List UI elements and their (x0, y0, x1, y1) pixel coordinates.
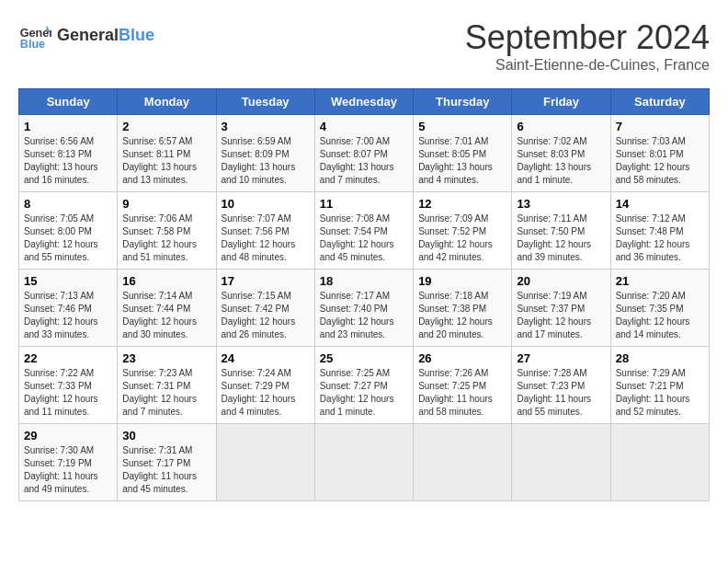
weekday-header: Tuesday (216, 89, 314, 115)
day-number: 17 (222, 274, 310, 288)
day-info: Sunrise: 7:14 AM Sunset: 7:44 PM Dayligh… (122, 290, 210, 341)
weekday-header: Monday (118, 89, 216, 115)
calendar-day-cell: 11Sunrise: 7:08 AM Sunset: 7:54 PM Dayli… (314, 192, 413, 270)
day-info: Sunrise: 7:00 AM Sunset: 8:07 PM Dayligh… (320, 135, 408, 187)
calendar-day-cell: 9Sunrise: 7:06 AM Sunset: 7:58 PM Daylig… (118, 192, 216, 270)
calendar-day-cell: 17Sunrise: 7:15 AM Sunset: 7:42 PM Dayli… (216, 270, 314, 347)
calendar-day-cell: 18Sunrise: 7:17 AM Sunset: 7:40 PM Dayli… (314, 270, 413, 347)
day-number: 24 (222, 351, 310, 365)
day-info: Sunrise: 7:29 AM Sunset: 7:21 PM Dayligh… (616, 367, 704, 419)
day-info: Sunrise: 7:24 AM Sunset: 7:29 PM Dayligh… (222, 367, 310, 419)
day-number: 9 (122, 197, 210, 211)
calendar-day-cell: 21Sunrise: 7:20 AM Sunset: 7:35 PM Dayli… (610, 270, 709, 347)
calendar-day-cell: 15Sunrise: 7:13 AM Sunset: 7:46 PM Dayli… (19, 270, 118, 347)
day-number: 20 (517, 274, 605, 288)
weekday-header: Friday (512, 89, 610, 115)
day-number: 19 (418, 274, 506, 288)
calendar-day-cell: 12Sunrise: 7:09 AM Sunset: 7:52 PM Dayli… (414, 192, 512, 270)
calendar-day-cell: 5Sunrise: 7:01 AM Sunset: 8:05 PM Daylig… (414, 115, 512, 192)
day-info: Sunrise: 7:02 AM Sunset: 8:03 PM Dayligh… (517, 135, 605, 187)
day-info: Sunrise: 7:19 AM Sunset: 7:37 PM Dayligh… (517, 290, 605, 341)
calendar-day-cell: 24Sunrise: 7:24 AM Sunset: 7:29 PM Dayli… (216, 347, 314, 424)
calendar-day-cell (610, 424, 709, 501)
day-info: Sunrise: 7:12 AM Sunset: 7:48 PM Dayligh… (616, 213, 704, 264)
day-info: Sunrise: 6:57 AM Sunset: 8:11 PM Dayligh… (122, 135, 210, 187)
calendar-week-row: 22Sunrise: 7:22 AM Sunset: 7:33 PM Dayli… (19, 347, 710, 424)
day-info: Sunrise: 7:03 AM Sunset: 8:01 PM Dayligh… (616, 135, 704, 187)
day-number: 8 (24, 197, 112, 211)
calendar-week-row: 15Sunrise: 7:13 AM Sunset: 7:46 PM Dayli… (19, 270, 710, 347)
day-number: 23 (122, 351, 210, 365)
day-number: 21 (616, 274, 704, 288)
title-section: September 2024 Saint-Etienne-de-Cuines, … (465, 18, 710, 74)
day-number: 4 (320, 120, 408, 133)
svg-text:Blue: Blue (20, 38, 45, 51)
weekday-header: Saturday (610, 89, 709, 115)
weekday-header: Wednesday (314, 89, 413, 115)
day-info: Sunrise: 7:31 AM Sunset: 7:17 PM Dayligh… (122, 444, 210, 496)
day-info: Sunrise: 6:56 AM Sunset: 8:13 PM Dayligh… (24, 135, 112, 187)
page-subtitle: Saint-Etienne-de-Cuines, France (465, 57, 710, 74)
logo: General Blue General Blue (18, 18, 154, 52)
day-info: Sunrise: 7:26 AM Sunset: 7:25 PM Dayligh… (418, 367, 506, 419)
day-info: Sunrise: 7:15 AM Sunset: 7:42 PM Dayligh… (222, 290, 310, 341)
calendar-day-cell: 7Sunrise: 7:03 AM Sunset: 8:01 PM Daylig… (610, 115, 709, 192)
day-info: Sunrise: 7:01 AM Sunset: 8:05 PM Dayligh… (418, 135, 506, 187)
day-info: Sunrise: 7:06 AM Sunset: 7:58 PM Dayligh… (122, 213, 210, 264)
day-info: Sunrise: 7:20 AM Sunset: 7:35 PM Dayligh… (616, 290, 704, 341)
page-header: General Blue General Blue September 2024… (18, 18, 710, 74)
page-title: September 2024 (465, 18, 710, 57)
logo-icon: General Blue (18, 18, 51, 52)
day-info: Sunrise: 7:07 AM Sunset: 7:56 PM Dayligh… (222, 213, 310, 264)
calendar-week-row: 8Sunrise: 7:05 AM Sunset: 8:00 PM Daylig… (19, 192, 710, 270)
day-number: 10 (222, 197, 310, 211)
calendar-day-cell: 26Sunrise: 7:26 AM Sunset: 7:25 PM Dayli… (414, 347, 512, 424)
calendar-day-cell (414, 424, 512, 501)
day-number: 3 (222, 120, 310, 133)
calendar-day-cell (216, 424, 314, 501)
calendar-day-cell: 30Sunrise: 7:31 AM Sunset: 7:17 PM Dayli… (118, 424, 216, 501)
calendar-day-cell: 20Sunrise: 7:19 AM Sunset: 7:37 PM Dayli… (512, 270, 610, 347)
calendar-day-cell (512, 424, 610, 501)
calendar-day-cell: 28Sunrise: 7:29 AM Sunset: 7:21 PM Dayli… (610, 347, 709, 424)
day-info: Sunrise: 7:09 AM Sunset: 7:52 PM Dayligh… (418, 213, 506, 264)
calendar-day-cell: 25Sunrise: 7:25 AM Sunset: 7:27 PM Dayli… (314, 347, 413, 424)
calendar-table: SundayMondayTuesdayWednesdayThursdayFrid… (18, 88, 710, 501)
day-info: Sunrise: 7:13 AM Sunset: 7:46 PM Dayligh… (24, 290, 112, 341)
calendar-day-cell: 27Sunrise: 7:28 AM Sunset: 7:23 PM Dayli… (512, 347, 610, 424)
day-number: 25 (320, 351, 408, 365)
day-number: 13 (517, 197, 605, 211)
calendar-day-cell: 19Sunrise: 7:18 AM Sunset: 7:38 PM Dayli… (414, 270, 512, 347)
day-number: 28 (616, 351, 704, 365)
calendar-day-cell: 13Sunrise: 7:11 AM Sunset: 7:50 PM Dayli… (512, 192, 610, 270)
day-number: 26 (418, 351, 506, 365)
day-number: 22 (24, 351, 112, 365)
day-info: Sunrise: 7:18 AM Sunset: 7:38 PM Dayligh… (418, 290, 506, 341)
day-number: 5 (418, 120, 506, 133)
day-info: Sunrise: 7:11 AM Sunset: 7:50 PM Dayligh… (517, 213, 605, 264)
calendar-day-cell: 2Sunrise: 6:57 AM Sunset: 8:11 PM Daylig… (118, 115, 216, 192)
calendar-week-row: 1Sunrise: 6:56 AM Sunset: 8:13 PM Daylig… (19, 115, 710, 192)
logo-general-text: General (57, 26, 119, 45)
weekday-header: Thursday (414, 89, 512, 115)
day-info: Sunrise: 7:22 AM Sunset: 7:33 PM Dayligh… (24, 367, 112, 419)
calendar-day-cell: 4Sunrise: 7:00 AM Sunset: 8:07 PM Daylig… (314, 115, 413, 192)
calendar-day-cell: 8Sunrise: 7:05 AM Sunset: 8:00 PM Daylig… (19, 192, 118, 270)
calendar-header-row: SundayMondayTuesdayWednesdayThursdayFrid… (19, 89, 710, 115)
calendar-day-cell: 22Sunrise: 7:22 AM Sunset: 7:33 PM Dayli… (19, 347, 118, 424)
day-info: Sunrise: 7:05 AM Sunset: 8:00 PM Dayligh… (24, 213, 112, 264)
day-info: Sunrise: 7:17 AM Sunset: 7:40 PM Dayligh… (320, 290, 408, 341)
day-number: 7 (616, 120, 704, 133)
day-info: Sunrise: 7:25 AM Sunset: 7:27 PM Dayligh… (320, 367, 408, 419)
day-info: Sunrise: 7:30 AM Sunset: 7:19 PM Dayligh… (24, 444, 112, 496)
weekday-header: Sunday (19, 89, 118, 115)
calendar-day-cell: 10Sunrise: 7:07 AM Sunset: 7:56 PM Dayli… (216, 192, 314, 270)
day-number: 18 (320, 274, 408, 288)
day-number: 27 (517, 351, 605, 365)
calendar-day-cell: 1Sunrise: 6:56 AM Sunset: 8:13 PM Daylig… (19, 115, 118, 192)
logo-blue-text: Blue (119, 26, 154, 45)
day-number: 2 (122, 120, 210, 133)
calendar-day-cell: 23Sunrise: 7:23 AM Sunset: 7:31 PM Dayli… (118, 347, 216, 424)
day-number: 15 (24, 274, 112, 288)
day-number: 30 (122, 429, 210, 442)
